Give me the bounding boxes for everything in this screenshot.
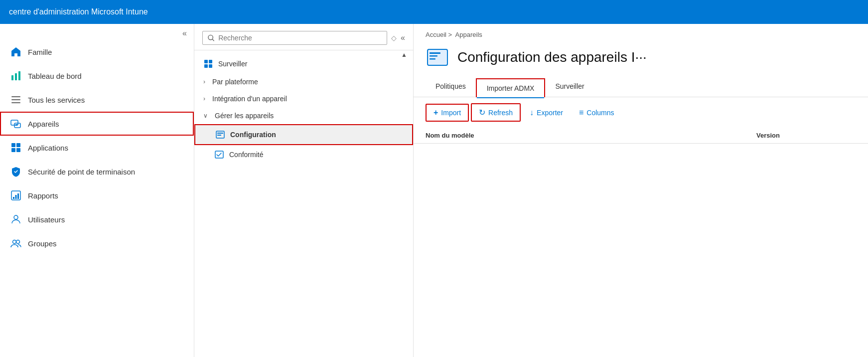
sidebar-item-label-rapports: Rapports bbox=[28, 191, 58, 200]
topbar: centre d'administration Microsoft Intune bbox=[0, 0, 868, 24]
nav-item-surveiller[interactable]: Surveiller bbox=[194, 54, 413, 73]
svg-rect-23 bbox=[204, 64, 208, 68]
svg-rect-3 bbox=[11, 96, 20, 97]
export-label: Exporter bbox=[537, 109, 563, 117]
export-button[interactable]: ↓ Exporter bbox=[523, 105, 570, 121]
breadcrumb-text: Accueil > Appareils bbox=[426, 31, 482, 38]
sidebar-item-label-tableau: Tableau de bord bbox=[28, 72, 82, 80]
nav-items: ▲ Surveiller › Par plateforme bbox=[194, 50, 413, 357]
nav-item-integration[interactable]: › Intégration d'un appareil bbox=[194, 90, 413, 107]
home-icon bbox=[10, 46, 22, 58]
sidebar-item-securite[interactable]: Sécurité de point de terminaison bbox=[0, 160, 194, 183]
tab-surveiller[interactable]: Surveiller bbox=[545, 77, 594, 97]
nav-collapse-button[interactable]: « bbox=[401, 33, 405, 42]
sidebar-item-label-utilisateurs: Utilisateurs bbox=[28, 215, 65, 224]
sidebar-item-groupes[interactable]: Groupes bbox=[0, 231, 194, 255]
download-icon: ↓ bbox=[530, 108, 534, 117]
svg-rect-29 bbox=[428, 49, 447, 65]
svg-rect-30 bbox=[430, 52, 440, 54]
conformite-icon bbox=[214, 150, 224, 160]
svg-rect-5 bbox=[11, 102, 20, 103]
import-button[interactable]: + Import bbox=[426, 104, 469, 122]
nav-item-gerer[interactable]: ∨ Gérer les appareils bbox=[194, 107, 413, 124]
sidebar-collapse-button[interactable]: « bbox=[182, 29, 187, 38]
nav-item-configuration[interactable]: Configuration bbox=[194, 124, 413, 145]
refresh-button[interactable]: ↻ Refresh bbox=[471, 103, 521, 122]
svg-rect-14 bbox=[13, 197, 14, 199]
chevron-right-icon-2: › bbox=[203, 95, 205, 102]
tab-politiques[interactable]: Politiques bbox=[426, 77, 476, 97]
sidebar-item-rapports[interactable]: Rapports bbox=[0, 183, 194, 207]
svg-rect-22 bbox=[209, 60, 212, 63]
svg-rect-27 bbox=[217, 135, 221, 136]
svg-rect-32 bbox=[430, 58, 435, 60]
svg-rect-0 bbox=[11, 75, 13, 80]
svg-rect-11 bbox=[11, 148, 15, 152]
sidebar-item-label-famille: Famille bbox=[28, 48, 52, 56]
group-icon bbox=[10, 237, 22, 249]
nav-item-label-integration: Intégration d'un appareil bbox=[212, 95, 287, 103]
diamond-icon: ◇ bbox=[391, 34, 397, 42]
svg-rect-26 bbox=[217, 133, 223, 134]
reports-icon bbox=[10, 189, 22, 201]
nav-item-label-conformite: Conformité bbox=[229, 151, 263, 159]
svg-rect-24 bbox=[209, 64, 212, 68]
svg-rect-1 bbox=[15, 73, 17, 80]
sidebar-item-label-securite: Sécurité de point de terminaison bbox=[28, 168, 135, 176]
svg-point-19 bbox=[16, 240, 20, 244]
svg-rect-10 bbox=[16, 143, 20, 147]
sidebar-item-tableau-de-bord[interactable]: Tableau de bord bbox=[0, 64, 194, 88]
search-box bbox=[202, 31, 387, 45]
page-title-icon bbox=[426, 45, 449, 69]
nav-item-label-gerer: Gérer les appareils bbox=[215, 112, 274, 120]
topbar-title: centre d'administration Microsoft Intune bbox=[9, 7, 148, 16]
refresh-icon: ↻ bbox=[479, 108, 485, 117]
user-icon bbox=[10, 213, 22, 225]
chart-icon bbox=[10, 70, 22, 82]
search-icon bbox=[208, 34, 214, 41]
tab-importer-admx[interactable]: Importer ADMX bbox=[476, 78, 546, 97]
svg-rect-2 bbox=[18, 71, 20, 80]
svg-rect-8 bbox=[15, 124, 17, 126]
surveiller-icon bbox=[203, 59, 213, 69]
svg-rect-15 bbox=[15, 195, 17, 199]
sidebar-item-label-services: Tous les services bbox=[28, 96, 85, 104]
sidebar-item-label-groupes: Groupes bbox=[28, 239, 57, 248]
sidebar-item-utilisateurs[interactable]: Utilisateurs bbox=[0, 207, 194, 231]
nav-item-label-surveiller: Surveiller bbox=[218, 60, 247, 68]
nav-item-conformite[interactable]: Conformité bbox=[194, 145, 413, 164]
sidebar-item-famille[interactable]: Famille bbox=[0, 40, 194, 64]
svg-point-18 bbox=[13, 240, 16, 244]
refresh-label: Refresh bbox=[488, 109, 513, 117]
svg-rect-4 bbox=[11, 99, 20, 100]
tabs-row: Politiques Importer ADMX Surveiller bbox=[414, 77, 868, 97]
table-header: Nom du modèle Version bbox=[414, 128, 868, 144]
import-label: Import bbox=[441, 109, 461, 117]
chevron-down-icon: ∨ bbox=[203, 112, 208, 119]
svg-rect-16 bbox=[17, 193, 19, 199]
sidebar-item-label-appareils: Appareils bbox=[28, 120, 59, 128]
sidebar-item-tous-services[interactable]: Tous les services bbox=[0, 88, 194, 112]
list-icon bbox=[10, 94, 22, 106]
sidebar-item-appareils[interactable]: Appareils bbox=[0, 112, 194, 136]
page-title-row: Configuration des appareils I··· bbox=[414, 41, 868, 77]
search-input[interactable] bbox=[218, 34, 382, 42]
columns-button[interactable]: ≡ Columns bbox=[572, 105, 621, 121]
sidebar-collapse: « bbox=[0, 24, 194, 40]
svg-rect-9 bbox=[11, 143, 15, 147]
plus-icon: + bbox=[434, 108, 438, 117]
sidebar-item-applications[interactable]: Applications bbox=[0, 136, 194, 160]
toolbar: + Import ↻ Refresh ↓ Exporter ≡ Columns bbox=[414, 97, 868, 128]
scroll-up-arrow: ▲ bbox=[401, 51, 407, 58]
sidebar-item-label-applications: Applications bbox=[28, 144, 68, 152]
col-nom-du-modele: Nom du modèle bbox=[426, 132, 756, 139]
nav-item-label-plateforme: Par plateforme bbox=[212, 78, 258, 86]
breadcrumb: Accueil > Appareils bbox=[414, 24, 868, 41]
shield-icon bbox=[10, 166, 22, 178]
configuration-icon bbox=[215, 130, 225, 140]
svg-rect-21 bbox=[204, 60, 208, 63]
columns-label: Columns bbox=[586, 109, 614, 117]
col-version: Version bbox=[756, 132, 856, 139]
page-title: Configuration des appareils I··· bbox=[457, 49, 647, 65]
nav-item-par-plateforme[interactable]: › Par plateforme bbox=[194, 73, 413, 90]
